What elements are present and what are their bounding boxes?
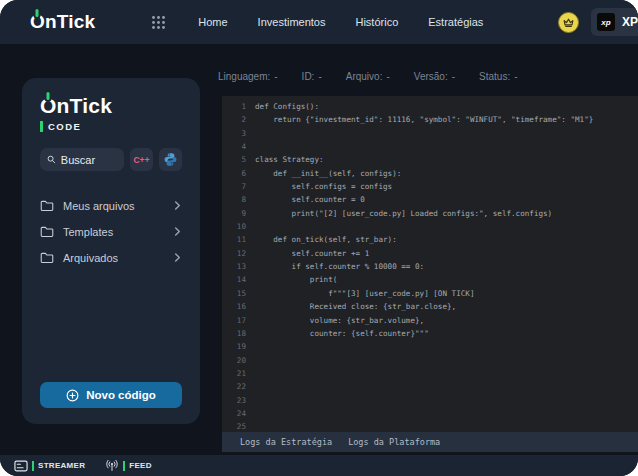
cpp-filter-badge[interactable]: C++ <box>130 148 153 171</box>
code-lines: 1def Configs():2 return {"investment_id"… <box>222 100 638 432</box>
folder-icon <box>40 225 54 238</box>
code-text: def on_tick(self, str_bar): <box>255 233 397 246</box>
power-tick-icon <box>36 9 39 17</box>
folder-arquivados[interactable]: Arquivados <box>40 245 182 270</box>
code-line: 11 def on_tick(self, str_bar): <box>222 233 638 246</box>
code-line: 13 if self.counter % 10000 == 0: <box>222 260 638 273</box>
xp-label: XP <box>622 15 638 29</box>
python-filter-badge[interactable] <box>159 148 182 171</box>
line-number: 24 <box>222 407 246 420</box>
python-icon <box>163 152 178 167</box>
code-line: 20 <box>222 354 638 367</box>
code-line: 16 Received close: {str_bar.close}, <box>222 300 638 313</box>
green-bar <box>123 461 125 471</box>
code-line: 5class Strategy: <box>222 153 638 166</box>
code-line: 23 <box>222 394 638 407</box>
line-number: 22 <box>222 380 246 393</box>
code-text: f"""[3] [user_code.py] [ON TICK] <box>255 287 474 300</box>
folder-label: Meus arquivos <box>63 200 173 212</box>
feed-antenna-icon <box>105 459 119 472</box>
green-bar <box>32 461 34 471</box>
search-input[interactable] <box>61 154 117 166</box>
chevron-right-icon <box>173 253 182 262</box>
code-text: self.configs = configs <box>255 180 392 193</box>
apps-grid-icon[interactable] <box>151 15 166 30</box>
search-box[interactable] <box>40 148 124 171</box>
xp-logo-icon: xp <box>597 13 615 31</box>
power-tick-icon <box>47 92 50 100</box>
line-number: 13 <box>222 260 246 273</box>
navbar-logo: OnTick <box>30 11 95 33</box>
meta-arquivo: Arquivo:- <box>346 71 390 82</box>
code-editor[interactable]: 1def Configs():2 return {"investment_id"… <box>222 96 638 432</box>
line-number: 17 <box>222 314 246 327</box>
streamer-monitor-icon <box>14 460 28 472</box>
line-number: 19 <box>222 340 246 353</box>
feed-toggle[interactable]: FEED <box>105 459 152 472</box>
code-text: self.counter = 0 <box>255 193 365 206</box>
logo-rest: nTick <box>45 11 95 32</box>
code-line: 15 f"""[3] [user_code.py] [ON TICK] <box>222 287 638 300</box>
streamer-toggle[interactable]: STREAMER <box>14 460 85 472</box>
code-line: 10 <box>222 220 638 233</box>
code-text: self.counter += 1 <box>255 247 369 260</box>
code-text: volume: {str_bar.volume}, <box>255 314 424 327</box>
line-number: 11 <box>222 233 246 246</box>
folder-templates[interactable]: Templates <box>40 219 182 244</box>
code-line: 4 <box>222 140 638 153</box>
code-line: 6 def __init__(self, configs): <box>222 167 638 180</box>
new-code-button[interactable]: Novo código <box>40 382 182 408</box>
search-row: C++ <box>40 148 182 171</box>
folder-label: Arquivados <box>63 252 173 264</box>
code-line: 1def Configs(): <box>222 100 638 113</box>
logo-rest: nTick <box>57 94 112 117</box>
folder-icon <box>40 199 54 212</box>
cpp-icon: C++ <box>133 155 149 165</box>
code-text: counter: {self.counter}""" <box>255 327 429 340</box>
new-code-label: Novo código <box>86 389 156 401</box>
nav-link-estrategias[interactable]: Estratégias <box>428 16 483 28</box>
line-number: 9 <box>222 207 246 220</box>
green-bar <box>40 121 43 132</box>
nav-links: Home Investimentos Histórico Estratégias <box>198 16 483 28</box>
code-line: 17 volume: {str_bar.volume}, <box>222 314 638 327</box>
app-window: OnTick Home Investimentos Histórico Estr… <box>0 0 638 476</box>
code-label: CODE <box>48 121 81 132</box>
line-number: 12 <box>222 247 246 260</box>
code-line: 24 <box>222 407 638 420</box>
sidebar-logo: OnTick <box>40 94 182 118</box>
code-line: 22 <box>222 380 638 393</box>
line-number: 5 <box>222 153 246 166</box>
folder-label: Templates <box>63 226 173 238</box>
line-number: 23 <box>222 394 246 407</box>
sidebar-panel: OnTick CODE C++ <box>22 78 200 424</box>
code-text: return {"investment_id": 11116, "symbol"… <box>255 113 593 126</box>
nav-link-investimentos[interactable]: Investimentos <box>258 16 326 28</box>
top-navbar: OnTick Home Investimentos Histórico Estr… <box>0 0 638 44</box>
code-text: def __init__(self, configs): <box>255 167 401 180</box>
code-text: print( <box>255 273 337 286</box>
logs-tab-bar: Logs da Estratégia Logs da Plataforma <box>222 432 638 452</box>
line-number: 21 <box>222 367 246 380</box>
xp-account-badge[interactable]: xp XP <box>591 8 638 36</box>
code-line: 7 self.configs = configs <box>222 180 638 193</box>
line-number: 2 <box>222 113 246 126</box>
line-number: 18 <box>222 327 246 340</box>
line-number: 1 <box>222 100 246 113</box>
code-line: 12 self.counter += 1 <box>222 247 638 260</box>
streamer-label: STREAMER <box>38 461 85 470</box>
code-line: 18 counter: {self.counter}""" <box>222 327 638 340</box>
folder-meus-arquivos[interactable]: Meus arquivos <box>40 193 182 218</box>
file-meta-row: Linguagem:- ID:- Arquivo:- Versão:- Stat… <box>218 71 518 82</box>
code-line: 9 print("[2] [user_code.py] Loaded confi… <box>222 207 638 220</box>
line-number: 3 <box>222 127 246 140</box>
line-number: 15 <box>222 287 246 300</box>
nav-link-home[interactable]: Home <box>198 16 227 28</box>
crown-icon[interactable] <box>558 12 579 33</box>
tab-logs-plataforma[interactable]: Logs da Plataforma <box>348 437 440 447</box>
nav-link-historico[interactable]: Histórico <box>355 16 398 28</box>
line-number: 25 <box>222 420 246 432</box>
tab-logs-estrategia[interactable]: Logs da Estratégia <box>240 437 332 447</box>
code-line: 21 <box>222 367 638 380</box>
bottom-status-bar: STREAMER FEED <box>0 455 638 476</box>
